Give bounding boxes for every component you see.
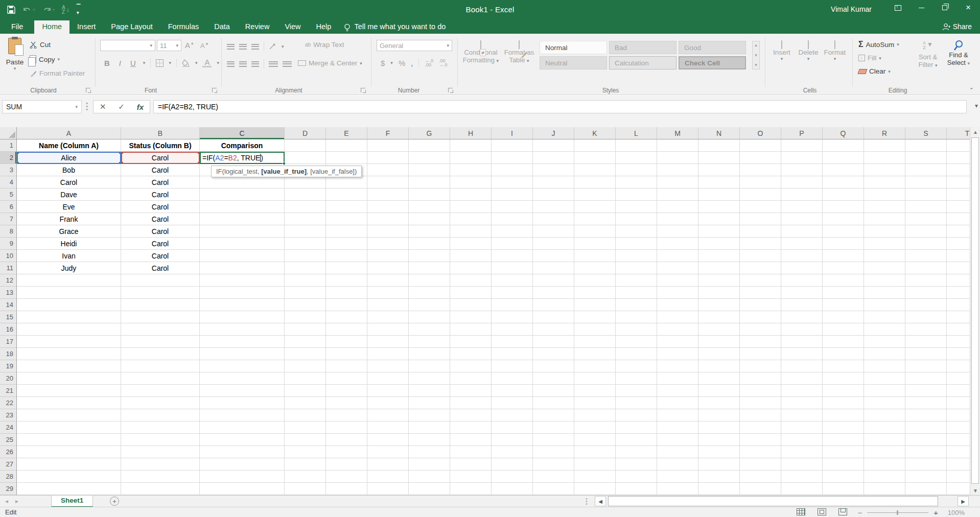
- cell-H23[interactable]: [450, 409, 492, 421]
- cell-L2[interactable]: [616, 152, 657, 164]
- cell-C4[interactable]: [200, 176, 285, 189]
- cell-P25[interactable]: [781, 434, 823, 446]
- cell-A28[interactable]: [17, 471, 121, 483]
- cell-R29[interactable]: [864, 483, 905, 495]
- scroll-down-icon[interactable]: ▼: [970, 486, 980, 495]
- cut-button[interactable]: Cut: [30, 41, 51, 49]
- hscroll-right-icon[interactable]: ▶: [958, 496, 969, 506]
- cell-Q23[interactable]: [823, 409, 864, 421]
- cell-G26[interactable]: [409, 446, 450, 458]
- cell-K23[interactable]: [574, 409, 616, 421]
- select-all-corner[interactable]: [0, 127, 17, 139]
- cell-D21[interactable]: [285, 385, 326, 397]
- cell-G1[interactable]: [409, 139, 450, 152]
- cell-F18[interactable]: [367, 348, 409, 360]
- cell-S8[interactable]: [905, 225, 947, 238]
- cell-S12[interactable]: [905, 274, 947, 287]
- cell-O14[interactable]: [740, 299, 781, 311]
- cell-J15[interactable]: [533, 311, 574, 323]
- cell-J25[interactable]: [533, 434, 574, 446]
- cell-B29[interactable]: [121, 483, 200, 495]
- cell-P1[interactable]: [781, 139, 823, 152]
- row-header-16[interactable]: 16: [0, 323, 17, 336]
- cell-C24[interactable]: [200, 421, 285, 434]
- cell-L21[interactable]: [616, 385, 657, 397]
- cell-R14[interactable]: [864, 299, 905, 311]
- cell-B20[interactable]: [121, 372, 200, 385]
- cell-D4[interactable]: [285, 176, 326, 189]
- column-header-s[interactable]: S: [905, 127, 947, 139]
- cell-N1[interactable]: [698, 139, 740, 152]
- cell-O21[interactable]: [740, 385, 781, 397]
- hscroll-left-icon[interactable]: ◀: [595, 496, 606, 506]
- cell-I27[interactable]: [492, 458, 533, 471]
- cell-O8[interactable]: [740, 225, 781, 238]
- cell-N20[interactable]: [698, 372, 740, 385]
- cell-B17[interactable]: [121, 336, 200, 348]
- cell-N15[interactable]: [698, 311, 740, 323]
- row-header-11[interactable]: 11: [0, 262, 17, 274]
- cell-A10[interactable]: Ivan: [17, 250, 121, 262]
- cell-G6[interactable]: [409, 201, 450, 213]
- cell-S18[interactable]: [905, 348, 947, 360]
- cell-T6[interactable]: [947, 201, 970, 213]
- cell-F3[interactable]: [367, 164, 409, 176]
- row-header-29[interactable]: 29: [0, 483, 17, 495]
- cell-G29[interactable]: [409, 483, 450, 495]
- column-header-m[interactable]: M: [657, 127, 698, 139]
- cell-J1[interactable]: [533, 139, 574, 152]
- cell-R15[interactable]: [864, 311, 905, 323]
- cell-H15[interactable]: [450, 311, 492, 323]
- cell-Q1[interactable]: [823, 139, 864, 152]
- cell-S28[interactable]: [905, 471, 947, 483]
- cell-N27[interactable]: [698, 458, 740, 471]
- cell-H6[interactable]: [450, 201, 492, 213]
- cell-M1[interactable]: [657, 139, 698, 152]
- cell-L22[interactable]: [616, 397, 657, 409]
- cell-M3[interactable]: [657, 164, 698, 176]
- cell-K16[interactable]: [574, 323, 616, 336]
- cell-L6[interactable]: [616, 201, 657, 213]
- cell-E8[interactable]: [326, 225, 367, 238]
- cell-C21[interactable]: [200, 385, 285, 397]
- cell-D1[interactable]: [285, 139, 326, 152]
- cell-I12[interactable]: [492, 274, 533, 287]
- column-header-e[interactable]: E: [326, 127, 367, 139]
- row-header-14[interactable]: 14: [0, 299, 17, 311]
- cell-I18[interactable]: [492, 348, 533, 360]
- cell-L24[interactable]: [616, 421, 657, 434]
- cell-J7[interactable]: [533, 213, 574, 225]
- cell-A18[interactable]: [17, 348, 121, 360]
- cell-L29[interactable]: [616, 483, 657, 495]
- cell-T9[interactable]: [947, 238, 970, 250]
- cell-C15[interactable]: [200, 311, 285, 323]
- cell-C27[interactable]: [200, 458, 285, 471]
- cell-O4[interactable]: [740, 176, 781, 189]
- cell-J22[interactable]: [533, 397, 574, 409]
- cell-L18[interactable]: [616, 348, 657, 360]
- cell-P19[interactable]: [781, 360, 823, 372]
- cell-P20[interactable]: [781, 372, 823, 385]
- cell-F2[interactable]: [367, 152, 409, 164]
- cell-Q11[interactable]: [823, 262, 864, 274]
- cell-O11[interactable]: [740, 262, 781, 274]
- cell-H4[interactable]: [450, 176, 492, 189]
- cell-O2[interactable]: [740, 152, 781, 164]
- cell-G25[interactable]: [409, 434, 450, 446]
- cell-T11[interactable]: [947, 262, 970, 274]
- cell-I22[interactable]: [492, 397, 533, 409]
- cell-G5[interactable]: [409, 189, 450, 201]
- cell-C7[interactable]: [200, 213, 285, 225]
- cell-H19[interactable]: [450, 360, 492, 372]
- cell-B3[interactable]: Carol: [121, 164, 200, 176]
- cell-T21[interactable]: [947, 385, 970, 397]
- name-box[interactable]: SUM▾: [2, 100, 82, 113]
- cell-H21[interactable]: [450, 385, 492, 397]
- cell-D15[interactable]: [285, 311, 326, 323]
- cell-C23[interactable]: [200, 409, 285, 421]
- cell-Q5[interactable]: [823, 189, 864, 201]
- row-header-24[interactable]: 24: [0, 421, 17, 434]
- cell-B19[interactable]: [121, 360, 200, 372]
- cell-T27[interactable]: [947, 458, 970, 471]
- cell-O29[interactable]: [740, 483, 781, 495]
